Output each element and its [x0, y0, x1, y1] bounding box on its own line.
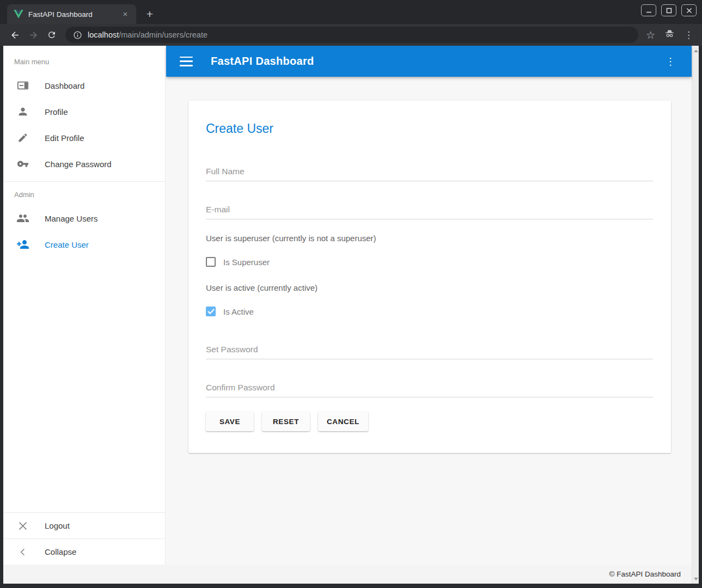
minimize-button[interactable]	[641, 4, 656, 16]
main-area: FastAPI Dashboard ⋮ Create User User is …	[166, 46, 692, 565]
email-input[interactable]	[206, 201, 653, 219]
url-path: /main/admin/users/create	[119, 30, 207, 39]
bookmark-star-icon[interactable]: ☆	[646, 29, 655, 41]
sidebar-item-create-user[interactable]: Create User	[3, 231, 165, 258]
tab-close-icon[interactable]: ×	[120, 9, 131, 20]
person-add-icon	[16, 238, 29, 251]
create-user-card: Create User User is superuser (currently…	[188, 101, 671, 453]
dashboard-icon	[16, 79, 29, 92]
save-button[interactable]: SAVE	[206, 412, 254, 431]
full-name-field-wrap	[206, 163, 653, 181]
confirm-password-field-wrap	[206, 379, 653, 397]
page-title: Create User	[206, 121, 653, 136]
sidebar-item-logout[interactable]: Logout	[3, 512, 165, 538]
email-field-wrap	[206, 201, 653, 219]
active-checkbox-label: Is Active	[223, 307, 254, 316]
app-footer: © FastAPI Dashboard	[3, 565, 692, 584]
app-menu-icon[interactable]: ⋮	[666, 57, 675, 66]
close-button[interactable]	[681, 4, 697, 16]
browser-tab[interactable]: FastAPI Dashboard ×	[7, 4, 136, 24]
people-icon	[16, 212, 29, 225]
sidebar-item-dashboard[interactable]: Dashboard	[3, 72, 165, 99]
browser-titlebar: FastAPI Dashboard × +	[0, 0, 702, 24]
sidebar-item-label: Create User	[45, 240, 89, 249]
footer-text: © FastAPI Dashboard	[609, 570, 681, 578]
app-title: FastAPI Dashboard	[211, 55, 314, 68]
page-body: Create User User is superuser (currently…	[166, 77, 692, 565]
sidebar-caption-admin: Admin	[3, 182, 165, 205]
full-name-input[interactable]	[206, 163, 653, 181]
scroll-down-icon[interactable]	[692, 575, 699, 583]
cancel-button[interactable]: CANCEL	[318, 412, 368, 431]
page-info-icon[interactable]	[73, 30, 82, 40]
browser-toolbar: localhost/main/admin/users/create ☆ ⋮	[0, 24, 702, 46]
sidebar-item-label: Dashboard	[45, 81, 84, 90]
active-checkbox[interactable]	[206, 307, 216, 316]
maximize-button[interactable]	[661, 4, 676, 16]
confirm-password-input[interactable]	[206, 379, 653, 397]
url-bar[interactable]: localhost/main/admin/users/create	[65, 27, 638, 43]
vue-favicon-icon	[14, 10, 23, 19]
person-icon	[16, 105, 29, 118]
tab-title: FastAPI Dashboard	[28, 10, 120, 19]
browser-menu-icon[interactable]: ⋮	[684, 30, 693, 40]
sidebar-item-label: Profile	[45, 107, 68, 117]
toolbar-actions: ☆ ⋮	[646, 28, 693, 41]
chevron-left-icon	[16, 546, 29, 559]
forward-icon[interactable]	[26, 28, 40, 42]
set-password-input[interactable]	[206, 341, 653, 359]
sidebar-item-label: Change Password	[45, 160, 112, 169]
sidebar-item-collapse[interactable]: Collapse	[3, 538, 165, 565]
url-text: localhost/main/admin/users/create	[88, 30, 207, 39]
sidebar-bottom: Logout Collapse	[3, 512, 165, 565]
form-actions: SAVE RESET CANCEL	[206, 412, 653, 431]
vertical-scrollbar[interactable]	[692, 46, 699, 584]
sidebar-item-change-password[interactable]: Change Password	[3, 151, 165, 177]
incognito-icon	[664, 28, 675, 41]
scroll-up-icon[interactable]	[692, 47, 699, 54]
sidebar-item-profile[interactable]: Profile	[3, 99, 165, 125]
sidebar-item-edit-profile[interactable]: Edit Profile	[3, 125, 165, 151]
page-content: Main menu Dashboard Profile	[3, 46, 699, 584]
sidebar-caption-main: Main menu	[3, 46, 165, 72]
superuser-checkbox[interactable]	[206, 257, 216, 267]
reload-icon[interactable]	[45, 28, 59, 42]
back-icon[interactable]	[8, 28, 22, 42]
sidebar-item-label: Edit Profile	[45, 133, 84, 143]
new-tab-button[interactable]: +	[143, 7, 157, 21]
sidebar-item-label: Logout	[45, 521, 70, 530]
active-helper-text: User is active (currently active)	[206, 283, 653, 292]
sidebar-item-label: Collapse	[45, 547, 76, 556]
logout-x-icon	[16, 519, 29, 532]
sidebar: Main menu Dashboard Profile	[3, 46, 166, 565]
window-controls	[641, 4, 697, 16]
key-icon	[16, 157, 29, 170]
reset-button[interactable]: RESET	[262, 412, 310, 431]
browser-window: FastAPI Dashboard × +	[0, 0, 702, 588]
hamburger-menu-icon[interactable]	[180, 57, 193, 66]
app-bar: FastAPI Dashboard ⋮	[166, 46, 692, 77]
pencil-icon	[16, 131, 29, 144]
url-host: localhost	[88, 30, 119, 39]
active-checkbox-row[interactable]: Is Active	[206, 307, 653, 316]
set-password-field-wrap	[206, 341, 653, 359]
sidebar-item-manage-users[interactable]: Manage Users	[3, 205, 165, 231]
superuser-helper-text: User is superuser (currently is not a su…	[206, 234, 653, 243]
superuser-checkbox-row[interactable]: Is Superuser	[206, 257, 653, 267]
superuser-checkbox-label: Is Superuser	[223, 258, 270, 267]
sidebar-item-label: Manage Users	[45, 214, 98, 223]
